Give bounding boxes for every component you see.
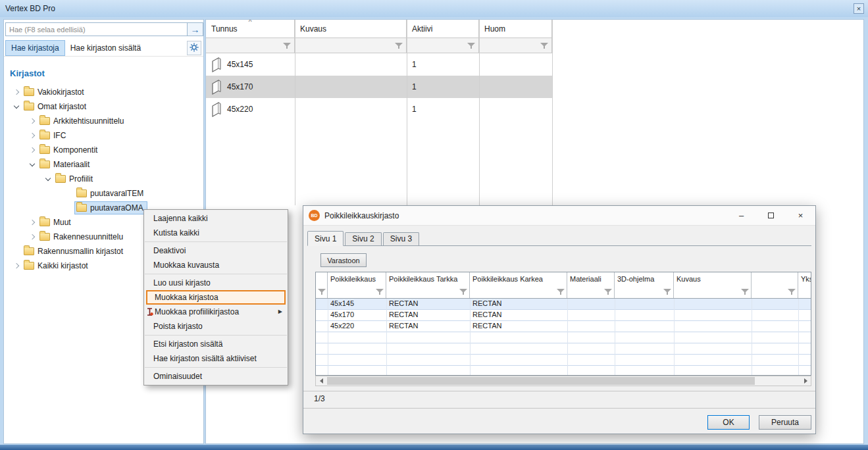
tree-item-content[interactable]: Vakiokirjastot <box>22 86 87 98</box>
tree-item-vakiokirjastot[interactable]: Vakiokirjastot <box>4 85 203 99</box>
scroll-right-button[interactable] <box>800 376 811 386</box>
filter-icon[interactable] <box>459 288 467 295</box>
tree-item-content[interactable]: Rakennusmallin kirjastot <box>22 245 126 257</box>
tree-item-profiilit[interactable]: Profiilit <box>4 172 203 186</box>
column-header-3d-ohjelma[interactable]: 3D-ohjelma <box>615 272 674 298</box>
tree-item-content[interactable]: Rakennesuunnittelu <box>38 231 126 243</box>
tree-item-puutavaraltem[interactable]: puutavaralTEM <box>4 186 203 201</box>
profile-row-45x170[interactable]: 45x170 1 <box>206 76 552 98</box>
profile-row-45x145[interactable]: 45x145 1 <box>206 53 552 76</box>
search-settings-button[interactable] <box>187 41 201 55</box>
filter-icon[interactable] <box>376 288 384 295</box>
tree-item-content[interactable]: IFC <box>38 130 69 141</box>
library-search-input[interactable] <box>5 22 188 36</box>
filter-icon[interactable] <box>788 288 796 295</box>
chevron-right-icon[interactable] <box>28 232 38 242</box>
profile-row-45x220[interactable]: 45x220 1 <box>206 98 552 120</box>
column-header-kuvaus[interactable]: Kuvaus <box>674 272 752 298</box>
tab-sivu-3[interactable]: Sivu 3 <box>383 232 419 245</box>
dialog-close-button[interactable]: × <box>786 206 815 225</box>
folder-icon <box>24 88 34 96</box>
tree-item-content[interactable]: puutavaralTEM <box>75 188 147 199</box>
column-header-unnamed[interactable] <box>752 272 798 298</box>
chevron-right-icon[interactable] <box>28 116 38 126</box>
tree-item-content[interactable]: Arkkitehtisuunnittelu <box>38 115 127 127</box>
chevron-down-icon[interactable] <box>12 101 22 112</box>
row-selector-header[interactable] <box>316 272 328 298</box>
varastoon-button[interactable]: Varastoon <box>320 253 367 267</box>
chevron-right-icon[interactable] <box>12 87 22 97</box>
tab-sivu-2[interactable]: Sivu 2 <box>345 232 381 245</box>
chevron-right-icon[interactable] <box>28 217 38 228</box>
tree-item-content[interactable]: Komponentit <box>38 144 101 156</box>
empty-row[interactable] <box>316 355 811 366</box>
tree-item-content[interactable]: puutavaraOMA <box>75 202 147 214</box>
column-header-yks[interactable]: Yks <box>798 272 811 298</box>
empty-row[interactable] <box>316 332 811 343</box>
tree-item-content[interactable]: Omat kirjastot <box>22 101 89 113</box>
tab-hae-kirjastoja[interactable]: Hae kirjastoja <box>5 40 65 56</box>
maximize-button[interactable] <box>756 206 786 225</box>
window-close-button[interactable]: × <box>854 3 864 14</box>
menu-item-deaktivoi[interactable]: Deaktivoi <box>144 243 288 258</box>
tree-item-content[interactable]: Materiaalit <box>38 159 93 170</box>
chevron-down-icon[interactable] <box>43 174 54 184</box>
window-titlebar[interactable]: Vertex BD Pro <box>0 0 868 17</box>
column-header-kuvaus[interactable]: Kuvaus <box>295 20 407 38</box>
tree-item-content[interactable]: Profiilit <box>54 173 96 185</box>
column-header-poikkileikkaus-karkea[interactable]: Poikkileikkaus Karkea <box>470 272 567 298</box>
horizontal-scrollbar[interactable] <box>315 376 811 386</box>
menu-item-ominaisuudet[interactable]: Ominaisuudet <box>144 369 288 384</box>
scrollbar-thumb[interactable] <box>327 377 755 385</box>
scroll-left-button[interactable] <box>316 376 326 386</box>
minimize-button[interactable]: – <box>727 206 756 225</box>
empty-row[interactable] <box>316 366 811 376</box>
filter-icon[interactable] <box>741 288 749 295</box>
filter-icon[interactable] <box>604 288 612 295</box>
tree-item-ifc[interactable]: IFC <box>4 128 203 143</box>
menu-item-kutista-kaikki[interactable]: Kutista kaikki <box>144 226 288 240</box>
peruuta-button[interactable]: Peruuta <box>759 415 811 430</box>
cross-section-row-45x145[interactable]: 45x145 RECTAN RECTAN <box>316 299 811 310</box>
tree-item-materiaalit[interactable]: Materiaalit <box>4 157 203 172</box>
menu-item-poista-kirjasto[interactable]: Poista kirjasto <box>144 319 288 334</box>
menu-item-hae-kirjaston-sisalta-aktiiviset[interactable]: Hae kirjaston sisältä aktiiviset <box>144 351 288 366</box>
menu-item-etsi-kirjaston-sisalta[interactable]: Etsi kirjaston sisältä <box>144 337 288 351</box>
chevron-right-icon[interactable] <box>28 130 38 141</box>
chevron-down-icon[interactable] <box>28 159 38 170</box>
filter-icon[interactable] <box>318 288 326 295</box>
column-header-materiaali[interactable]: Materiaali <box>567 272 615 298</box>
filter-icon[interactable] <box>557 288 565 295</box>
filter-icon[interactable] <box>467 42 475 49</box>
tab-sivu-1[interactable]: Sivu 1 <box>307 231 344 246</box>
empty-row[interactable] <box>316 343 811 355</box>
tree-item-omat-kirjastot[interactable]: Omat kirjastot <box>4 99 203 114</box>
menu-item-luo-uusi-kirjasto[interactable]: Luo uusi kirjasto <box>144 276 288 290</box>
search-go-button[interactable]: → <box>188 22 203 36</box>
column-header-tunnus[interactable]: ^ Tunnus <box>206 20 295 38</box>
tree-item-content[interactable]: Muut <box>38 216 74 228</box>
profile-cross-section-icon <box>210 56 223 73</box>
cross-section-row-45x220[interactable]: 45x220 RECTAN RECTAN <box>316 321 811 332</box>
tree-item-arkkitehtisuunnittelu[interactable]: Arkkitehtisuunnittelu <box>4 114 203 128</box>
chevron-right-icon[interactable] <box>12 261 22 271</box>
filter-icon[interactable] <box>283 42 291 49</box>
tree-item-komponentit[interactable]: Komponentit <box>4 143 203 157</box>
column-header-poikkileikkaus[interactable]: Poikkileikkaus <box>328 272 386 298</box>
menu-item-muokkaa-kuvausta[interactable]: Muokkaa kuvausta <box>144 258 288 272</box>
chevron-right-icon[interactable] <box>28 145 38 155</box>
filter-icon[interactable] <box>663 288 671 295</box>
menu-item-muokkaa-kirjastoa[interactable]: Muokkaa kirjastoa <box>146 290 286 305</box>
tab-hae-kirjaston-sisalta[interactable]: Hae kirjaston sisältä <box>65 41 146 55</box>
menu-item-muokkaa-profiilikirjastoa[interactable]: Muokkaa profiilikirjastoa ▶ <box>144 305 288 319</box>
dialog-titlebar[interactable]: BD Poikkileikkauskirjasto – × <box>303 206 815 226</box>
filter-icon[interactable] <box>395 42 403 49</box>
column-header-poikkileikkaus-tarkka[interactable]: Poikkileikkaus Tarkka <box>386 272 470 298</box>
menu-item-laajenna-kaikki[interactable]: Laajenna kaikki <box>144 211 288 226</box>
column-header-aktiivi[interactable]: Aktiivi <box>407 20 479 38</box>
tree-item-content[interactable]: Kaikki kirjastot <box>22 260 91 272</box>
filter-icon[interactable] <box>540 42 548 49</box>
cross-section-row-45x170[interactable]: 45x170 RECTAN RECTAN <box>316 310 811 321</box>
ok-button[interactable]: OK <box>707 415 750 430</box>
column-header-huom[interactable]: Huom <box>479 20 552 38</box>
